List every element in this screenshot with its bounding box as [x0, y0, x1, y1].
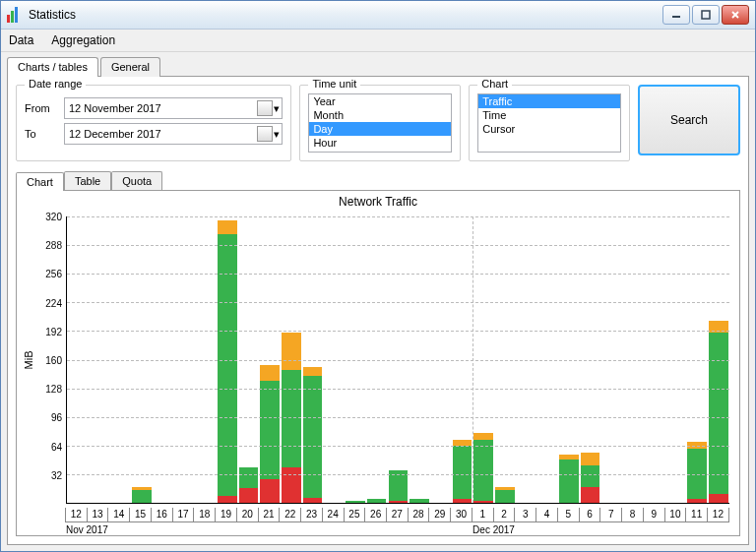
- x-axis-labels: 1213141516171819202122232425262728293012…: [66, 508, 729, 522]
- y-axis-label: MiB: [23, 351, 34, 370]
- menu-aggregation[interactable]: Aggregation: [51, 33, 115, 47]
- svg-rect-1: [702, 11, 710, 19]
- to-label: To: [25, 128, 64, 140]
- date-range-title: Date range: [25, 78, 86, 90]
- sub-tab-table[interactable]: Table: [64, 171, 111, 190]
- list-item[interactable]: Year: [309, 94, 451, 108]
- time-unit-listbox[interactable]: YearMonthDayHour: [308, 93, 452, 153]
- search-button[interactable]: Search: [638, 85, 740, 155]
- from-label: From: [25, 102, 64, 114]
- chart-select-listbox[interactable]: TrafficTimeCursor: [477, 93, 621, 153]
- plot-area: [66, 216, 729, 504]
- month-labels: Nov 2017Dec 2017: [66, 522, 729, 535]
- list-item[interactable]: Cursor: [478, 122, 620, 136]
- list-item[interactable]: Time: [478, 108, 620, 122]
- list-item[interactable]: Hour: [309, 136, 451, 150]
- close-button[interactable]: [722, 5, 749, 25]
- chart-title: Network Traffic: [17, 191, 739, 213]
- titlebar[interactable]: Statistics: [1, 1, 755, 30]
- chevron-down-icon[interactable]: ▾: [274, 102, 280, 115]
- chart-select-title: Chart: [477, 78, 512, 90]
- window-title: Statistics: [29, 8, 662, 22]
- list-item[interactable]: Day: [309, 122, 451, 136]
- calendar-icon[interactable]: [257, 126, 273, 142]
- date-range-group: Date range From 12 November 2017 ▾ To 12…: [16, 85, 291, 161]
- sub-tab-chart[interactable]: Chart: [16, 172, 64, 191]
- tab-charts-tables[interactable]: Charts / tables: [7, 57, 98, 77]
- statistics-window: Statistics Data Aggregation Charts / tab…: [0, 0, 756, 552]
- y-axis: 326496128160192224256288320: [36, 216, 66, 504]
- chevron-down-icon[interactable]: ▾: [274, 128, 280, 141]
- app-icon: [7, 7, 23, 23]
- menu-data[interactable]: Data: [9, 33, 33, 47]
- top-tab-row: Charts / tables General: [1, 52, 755, 76]
- list-item[interactable]: Month: [309, 108, 451, 122]
- calendar-icon[interactable]: [257, 100, 273, 116]
- time-unit-group: Time unit YearMonthDayHour: [299, 85, 461, 161]
- chart-select-group: Chart TrafficTimeCursor: [469, 85, 630, 161]
- from-date-input[interactable]: 12 November 2017 ▾: [64, 97, 283, 119]
- chart-panel: Network Traffic MiB 32649612816019222425…: [16, 190, 740, 536]
- sub-tab-row: Chart Table Quota: [16, 171, 740, 190]
- tab-body: Date range From 12 November 2017 ▾ To 12…: [7, 76, 749, 545]
- time-unit-title: Time unit: [308, 78, 360, 90]
- to-date-input[interactable]: 12 December 2017 ▾: [64, 123, 283, 145]
- menu-bar: Data Aggregation: [1, 30, 755, 52]
- tab-general[interactable]: General: [100, 57, 160, 77]
- list-item[interactable]: Traffic: [478, 94, 620, 108]
- minimize-button[interactable]: [662, 5, 690, 25]
- maximize-button[interactable]: [692, 5, 720, 25]
- sub-tab-quota[interactable]: Quota: [111, 171, 162, 190]
